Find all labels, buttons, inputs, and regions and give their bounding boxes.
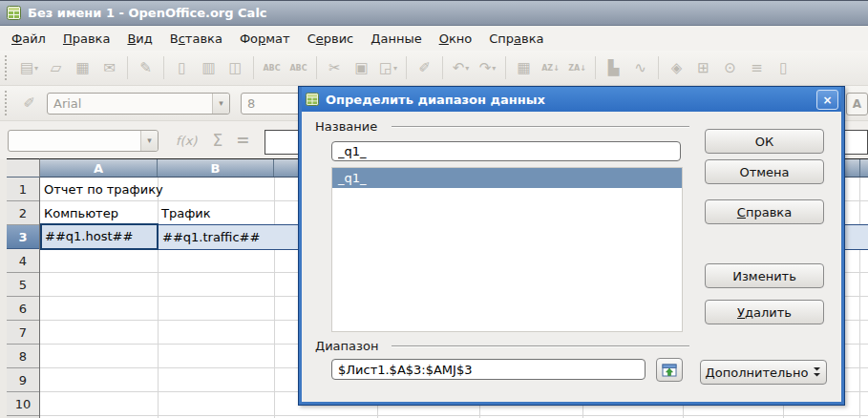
shrink-button[interactable] [656,358,683,382]
export-pdf-button[interactable]: ▯ [169,55,195,81]
row-header-3[interactable]: 3 [7,225,39,249]
chevron-down-icon[interactable]: ▾ [393,64,397,73]
autospellcheck-button[interactable]: ABC [286,55,311,81]
menu-item[interactable]: Файл [3,29,54,49]
toolbar-drag-handle[interactable] [5,91,11,115]
open-button[interactable]: ▱ [43,55,69,81]
cut-button[interactable]: ✂ [322,55,348,81]
styles-button[interactable]: ✐ [16,91,42,116]
column-separator [859,159,860,177]
toolbar-separator [658,56,659,79]
row-header-7[interactable]: 7 [7,321,39,345]
menu-item[interactable]: Формат [231,29,299,49]
save-icon: ▦ [75,59,89,76]
equals-icon[interactable]: = [236,131,249,150]
insert-table-icon: ▦ [517,59,530,76]
modify-button[interactable]: Изменить [705,263,824,288]
save-button[interactable]: ▦ [70,55,95,81]
toolbar-separator [253,56,254,79]
row-header-6[interactable]: 6 [7,297,39,321]
spellcheck-button[interactable]: ABC [259,55,285,81]
delete-button[interactable]: Удалить [705,300,824,324]
column-header-b[interactable]: B [158,159,274,177]
column-header-a[interactable]: A [40,159,158,177]
shrink-icon [662,364,677,377]
font-name-combo[interactable]: Arial ▾ [47,93,230,115]
ok-button[interactable]: ОК [705,129,824,154]
help-button[interactable]: Справка [705,199,824,224]
email-button[interactable]: ✉ [96,55,122,81]
range-reference-input[interactable] [331,359,646,380]
redo-button[interactable]: ↷▾ [475,55,500,81]
app-icon [7,6,21,20]
chevron-down-icon[interactable]: ▾ [212,94,229,114]
page-preview-button[interactable]: ◫ [222,55,248,81]
gallery-button[interactable]: ⊞ [690,55,716,81]
range-group-label: Диапазон [315,339,378,353]
font-name-value: Arial [48,96,212,111]
help-button[interactable]: ▯ [771,55,796,81]
close-icon[interactable]: × [816,90,838,110]
cell-b3[interactable]: ##q1.traffic## [159,225,277,249]
toolbar-separator [406,56,407,79]
sort-descending-button[interactable]: ZA↓ [564,55,590,81]
row-header-1[interactable]: 1 [7,178,39,201]
cell-a2[interactable]: Компьютер [40,201,159,225]
sort-ascending-button[interactable]: AZ↓ [538,55,563,81]
sum-icon[interactable]: Σ [212,131,222,150]
menu-item[interactable]: Сервис [299,29,363,49]
toolbar-drag-handle[interactable] [5,55,11,80]
cell-a1[interactable]: Отчет по трафику [40,178,273,201]
format-paintbrush-button[interactable]: ✐ [412,55,437,81]
app-window: Без имени 1 - OpenOffice.org Calc ФайлПр… [0,0,868,418]
select-all-corner[interactable] [7,158,40,178]
new-document-button[interactable]: ▤▾ [16,55,42,81]
email-icon: ✉ [103,59,116,76]
edit-file-button[interactable]: ✎ [133,55,159,81]
undo-button[interactable]: ↶▾ [448,55,474,81]
toolbar-separator [163,56,164,79]
draw-functions-button[interactable]: ∿ [627,55,653,81]
font-color-icon[interactable]: A [846,93,868,115]
menu-item[interactable]: Вставка [161,29,231,49]
row-header-9[interactable]: 9 [7,368,39,392]
row-header-2[interactable]: 2 [7,201,39,225]
name-box[interactable]: ▾ [8,130,159,152]
row-header-10[interactable]: 10 [7,392,39,416]
print-button[interactable]: ▥ [196,55,222,81]
function-wizard-icon[interactable]: f(x) [176,134,197,148]
cell-b2[interactable]: Трафик [158,201,276,225]
paste-button[interactable]: ◲▾ [375,55,401,81]
cancel-button[interactable]: Отмена [705,159,824,184]
menu-item[interactable]: Правка [54,29,118,49]
chevron-down-icon[interactable]: ▾ [34,64,38,73]
menu-item[interactable]: Данные [362,29,430,49]
cell-a3-active[interactable]: ##q1.host## [40,223,159,250]
chevron-down-icon[interactable]: ▾ [492,64,496,73]
copy-icon: ▣ [354,59,368,76]
zoom-button[interactable]: ⊙ [717,55,743,81]
more-options-button[interactable]: Дополнительно [700,360,827,385]
menu-item[interactable]: Окно [431,29,481,49]
dialog-titlebar[interactable]: Определить диапазон данных × [302,87,841,112]
cut-icon: ✂ [328,59,341,76]
datasources-icon: ≡ [751,59,763,76]
row-header-4[interactable]: 4 [7,249,39,273]
row-header-5[interactable]: 5 [7,273,39,297]
list-item[interactable]: _q1_ [332,168,682,188]
datasources-button[interactable]: ≡ [744,55,770,81]
navigator-button[interactable]: ◈ [664,55,689,81]
copy-button[interactable]: ▣ [349,55,374,81]
range-name-input[interactable] [331,141,681,161]
range-list[interactable]: _q1_ [331,167,683,332]
row-headers: 1234567891011 [7,178,40,418]
row-header-8[interactable]: 8 [7,345,39,368]
chevron-down-icon[interactable]: ▾ [140,131,158,151]
menu-item[interactable]: Вид [118,29,160,49]
menu-item[interactable]: Справка [480,29,552,49]
insert-chart-button[interactable]: ▙ [601,55,626,81]
redo-icon: ↷ [479,59,492,76]
insert-table-button[interactable]: ▦ [511,55,537,81]
dialog-body: Название _q1_ Диапазон ОК Отмена Справка… [302,112,841,402]
chevron-down-icon[interactable]: ▾ [465,64,469,73]
